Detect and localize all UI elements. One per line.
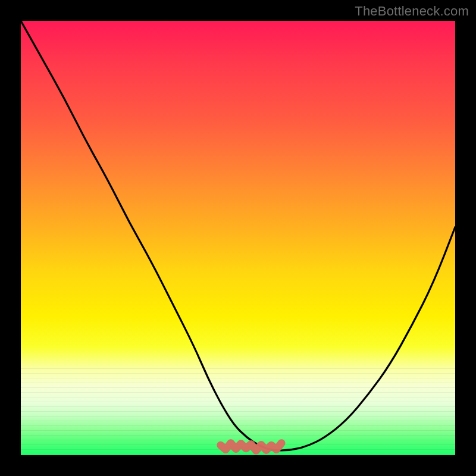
plot-area bbox=[21, 21, 455, 455]
watermark-text: TheBottleneck.com bbox=[355, 4, 469, 19]
chart-frame: TheBottleneck.com bbox=[0, 0, 476, 476]
curve-layer bbox=[21, 21, 455, 455]
bottleneck-curve bbox=[21, 21, 455, 450]
optimal-range-highlight bbox=[221, 443, 281, 451]
